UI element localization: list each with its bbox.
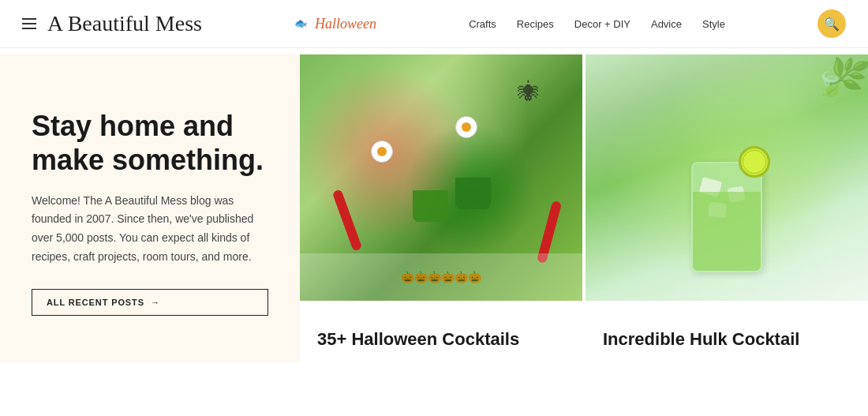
search-button[interactable]: 🔍 (817, 9, 846, 38)
nav-link-recipes[interactable]: Recipes (517, 18, 554, 30)
card-halloween-cocktails[interactable]: 🕷 🎃🎃🎃🎃🎃🎃 35+ Halloween Cocktails (300, 54, 582, 362)
nav-links: Crafts Recipes Decor + DIY Advice Style (469, 18, 725, 30)
card2-title: Incredible Hulk Cocktail (603, 328, 851, 350)
cocktail-decoration: 🕷 🎃🎃🎃🎃🎃🎃 (300, 54, 582, 301)
jello-cup-2 (455, 178, 491, 209)
main-nav: A Beautiful Mess 🐟 Halloween Crafts Reci… (0, 0, 868, 48)
plant-decor-2: 🍃 (813, 68, 847, 100)
search-icon: 🔍 (824, 17, 840, 32)
card2-label: Incredible Hulk Cocktail (586, 314, 868, 363)
all-recent-posts-button[interactable]: ALL RECENT POSTS → (32, 289, 268, 316)
nav-link-style[interactable]: Style (702, 18, 725, 30)
all-posts-label: ALL RECENT POSTS (47, 298, 144, 307)
eyeball-1 (371, 141, 393, 163)
tablecloth-pattern: 🎃🎃🎃🎃🎃🎃 (300, 253, 582, 301)
nav-link-decor[interactable]: Decor + DIY (574, 18, 630, 30)
card1-label: 35+ Halloween Cocktails (300, 314, 582, 363)
eyeball-2 (455, 116, 477, 138)
card-hulk-cocktail[interactable]: 🌿 🍃 Incredible Hulk Cocktail (582, 54, 868, 362)
jello-cup (413, 190, 448, 222)
spider-icon: 🕷 (518, 79, 540, 105)
hero-title: Stay home and make something. (32, 109, 268, 177)
hero-section: Stay home and make something. Welcome! T… (0, 54, 868, 362)
card1-title: 35+ Halloween Cocktails (317, 328, 565, 350)
nav-link-crafts[interactable]: Crafts (469, 18, 496, 30)
halloween-label: Halloween (315, 16, 376, 32)
site-logo[interactable]: A Beautiful Mess (47, 11, 202, 36)
fish-icon: 🐟 (294, 17, 307, 30)
hero-intro-panel: Stay home and make something. Welcome! T… (0, 54, 300, 362)
arrow-icon: → (151, 298, 160, 307)
cocktails-image: 🕷 🎃🎃🎃🎃🎃🎃 (300, 54, 582, 301)
nav-center: 🐟 Halloween (294, 16, 376, 32)
hero-description: Welcome! The A Beautiful Mess blog was f… (32, 192, 268, 267)
hulk-image: 🌿 🍃 (586, 54, 868, 301)
nav-link-advice[interactable]: Advice (651, 18, 682, 30)
hamburger-menu[interactable] (22, 18, 36, 29)
cocktail-glass (691, 162, 762, 288)
popsicle-decor (331, 189, 362, 251)
